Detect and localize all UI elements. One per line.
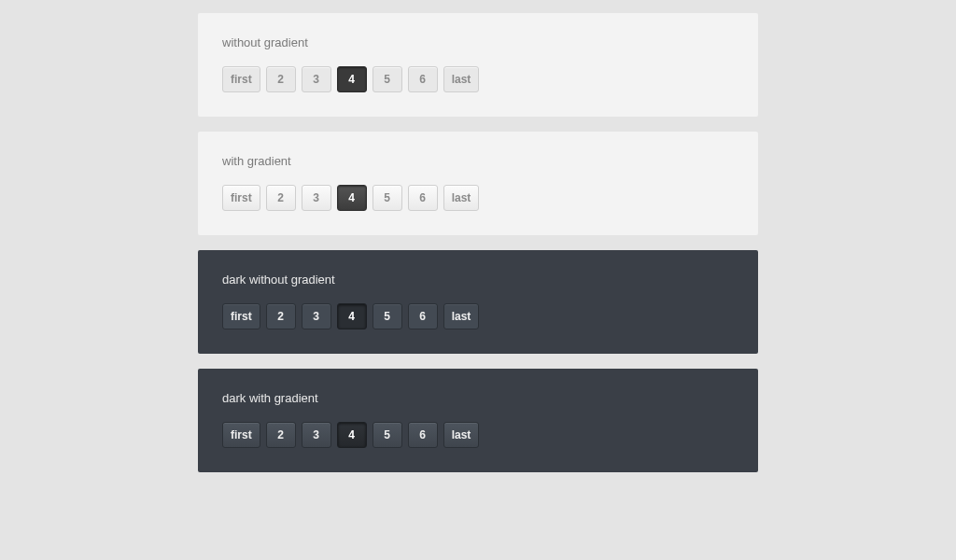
page-2-button[interactable]: 2 — [266, 422, 296, 448]
page-5-button[interactable]: 5 — [373, 66, 402, 92]
page-6-button[interactable]: 6 — [408, 303, 438, 329]
page-2-button[interactable]: 2 — [266, 303, 296, 329]
section-title: dark without gradient — [222, 273, 734, 287]
page-5-button[interactable]: 5 — [373, 303, 402, 329]
page-4-button[interactable]: 4 — [337, 303, 367, 329]
section-without-gradient: without gradient first 2 3 4 5 6 last — [198, 13, 758, 117]
page-last-button[interactable]: last — [443, 303, 480, 329]
page-first-button[interactable]: first — [222, 303, 260, 329]
section-title: with gradient — [222, 154, 734, 168]
page-4-button[interactable]: 4 — [337, 422, 367, 448]
section-dark-without-gradient: dark without gradient first 2 3 4 5 6 la… — [198, 250, 758, 354]
page-5-button[interactable]: 5 — [373, 422, 402, 448]
page-4-button[interactable]: 4 — [337, 66, 367, 92]
pagination: first 2 3 4 5 6 last — [222, 185, 734, 211]
page-first-button[interactable]: first — [222, 66, 260, 92]
page-first-button[interactable]: first — [222, 422, 260, 448]
section-title: dark with gradient — [222, 391, 734, 405]
page-3-button[interactable]: 3 — [302, 185, 331, 211]
section-dark-with-gradient: dark with gradient first 2 3 4 5 6 last — [198, 369, 758, 472]
page-3-button[interactable]: 3 — [302, 422, 331, 448]
page-first-button[interactable]: first — [222, 185, 260, 211]
pagination: first 2 3 4 5 6 last — [222, 303, 734, 329]
page-6-button[interactable]: 6 — [408, 422, 438, 448]
page-5-button[interactable]: 5 — [373, 185, 402, 211]
page-6-button[interactable]: 6 — [408, 66, 438, 92]
page-last-button[interactable]: last — [443, 185, 480, 211]
page-3-button[interactable]: 3 — [302, 303, 331, 329]
page-2-button[interactable]: 2 — [266, 185, 296, 211]
page-4-button[interactable]: 4 — [337, 185, 367, 211]
pagination: first 2 3 4 5 6 last — [222, 66, 734, 92]
page-2-button[interactable]: 2 — [266, 66, 296, 92]
section-title: without gradient — [222, 35, 734, 49]
page-last-button[interactable]: last — [443, 422, 480, 448]
pagination: first 2 3 4 5 6 last — [222, 422, 734, 448]
page-3-button[interactable]: 3 — [302, 66, 331, 92]
page-6-button[interactable]: 6 — [408, 185, 438, 211]
section-with-gradient: with gradient first 2 3 4 5 6 last — [198, 132, 758, 235]
page-last-button[interactable]: last — [443, 66, 480, 92]
